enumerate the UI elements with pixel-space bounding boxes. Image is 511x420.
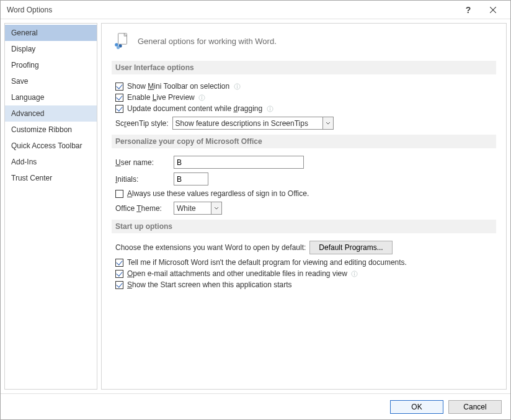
sidebar-item-save[interactable]: Save <box>5 73 97 89</box>
checkbox-show-mini-toolbar[interactable]: Show Mini Toolbar on selection <box>112 82 496 91</box>
svg-point-13 <box>269 107 270 107</box>
username-row: User name: <box>112 156 496 169</box>
section-ui-title: User Interface options <box>112 61 496 74</box>
checkbox-live-preview[interactable]: Enable Live Preview <box>112 93 496 102</box>
screentip-label: ScreenTip style: <box>115 119 169 128</box>
ok-button[interactable]: OK <box>390 400 443 414</box>
checkbox-icon <box>115 259 123 267</box>
chevron-down-icon <box>322 117 333 129</box>
checkbox-label: Show Mini Toolbar on selection <box>127 82 229 91</box>
page-header-text: General options for working with Word. <box>138 37 277 46</box>
svg-point-3 <box>115 43 118 47</box>
checkbox-label: Tell me if Microsoft Word isn't the defa… <box>127 258 407 267</box>
office-theme-label: Office Theme: <box>115 204 170 213</box>
footer: OK Cancel <box>1 393 510 419</box>
checkbox-open-reading-view[interactable]: Open e-mail attachments and other unedit… <box>112 269 496 278</box>
help-button[interactable]: ? <box>456 1 481 19</box>
info-icon[interactable] <box>351 270 358 277</box>
svg-rect-8 <box>237 86 238 88</box>
sidebar-item-display[interactable]: Display <box>5 41 97 57</box>
svg-rect-14 <box>270 108 270 110</box>
initials-input[interactable] <box>174 172 208 185</box>
sidebar-item-add-ins[interactable]: Add-Ins <box>5 154 97 170</box>
info-icon[interactable] <box>266 105 273 112</box>
checkbox-label: Show the Start screen when this applicat… <box>127 280 291 289</box>
default-programs-button[interactable]: Default Programs... <box>309 241 392 254</box>
username-label: User name: <box>115 158 170 167</box>
checkbox-label: Always use these values regardless of si… <box>127 189 309 198</box>
sidebar-item-proofing[interactable]: Proofing <box>5 57 97 73</box>
close-button[interactable] <box>481 1 505 19</box>
checkbox-icon <box>115 83 123 91</box>
checkbox-always-use-values[interactable]: Always use these values regardless of si… <box>112 189 496 198</box>
sidebar-item-advanced[interactable]: Advanced <box>5 105 97 122</box>
checkbox-label: Update document content while dragging <box>127 104 262 113</box>
sidebar-item-customize-ribbon[interactable]: Customize Ribbon <box>5 122 97 138</box>
sidebar-item-general[interactable]: General <box>5 25 97 41</box>
section-startup-title: Start up options <box>112 220 496 233</box>
content-pane: General options for working with Word. U… <box>101 23 507 390</box>
initials-label: Initials: <box>115 175 170 184</box>
page-header: General options for working with Word. <box>112 32 496 50</box>
cancel-button[interactable]: Cancel <box>448 400 502 414</box>
sidebar-item-quick-access-toolbar[interactable]: Quick Access Toolbar <box>5 138 97 154</box>
checkbox-icon <box>115 270 123 278</box>
checkbox-icon <box>115 94 123 102</box>
office-theme-select[interactable]: White <box>174 202 222 215</box>
checkbox-icon <box>115 281 123 289</box>
sidebar: General Display Proofing Save Language A… <box>4 23 97 390</box>
titlebar: Word Options ? <box>1 1 510 19</box>
sidebar-item-trust-center[interactable]: Trust Center <box>5 170 97 186</box>
window-title: Word Options <box>7 6 456 14</box>
checkbox-show-start-screen[interactable]: Show the Start screen when this applicat… <box>112 280 496 289</box>
screentip-style-row: ScreenTip style: Show feature descriptio… <box>112 117 496 130</box>
svg-rect-11 <box>202 97 202 99</box>
general-options-icon <box>112 32 129 50</box>
svg-point-16 <box>354 272 355 272</box>
checkbox-update-dragging[interactable]: Update document content while dragging <box>112 104 496 113</box>
screentip-select[interactable]: Show feature descriptions in ScreenTips <box>172 117 334 130</box>
svg-rect-17 <box>354 273 355 275</box>
select-value: White <box>174 204 208 213</box>
info-icon[interactable] <box>198 94 206 101</box>
body: General Display Proofing Save Language A… <box>1 19 510 393</box>
checkbox-icon <box>115 105 123 113</box>
sidebar-item-language[interactable]: Language <box>5 89 97 105</box>
checkbox-icon <box>115 190 123 198</box>
office-theme-row: Office Theme: White <box>112 202 496 215</box>
svg-point-5 <box>117 46 120 49</box>
checkbox-tell-me-default[interactable]: Tell me if Microsoft Word isn't the defa… <box>112 258 496 267</box>
close-icon <box>490 7 496 13</box>
initials-row: Initials: <box>112 172 496 185</box>
checkbox-label: Open e-mail attachments and other unedit… <box>127 269 347 278</box>
default-programs-row: Choose the extensions you want Word to o… <box>112 241 496 254</box>
choose-extensions-label: Choose the extensions you want Word to o… <box>115 243 306 252</box>
section-personalize-title: Personalize your copy of Microsoft Offic… <box>112 135 496 148</box>
svg-point-10 <box>202 96 202 96</box>
word-options-window: Word Options ? General Display Proofing … <box>0 0 511 420</box>
select-value: Show feature descriptions in ScreenTips <box>173 119 321 128</box>
svg-point-7 <box>236 84 237 85</box>
username-input[interactable] <box>174 156 304 169</box>
checkbox-label: Enable Live Preview <box>127 93 195 102</box>
info-icon[interactable] <box>233 83 241 90</box>
chevron-down-icon <box>211 202 221 214</box>
